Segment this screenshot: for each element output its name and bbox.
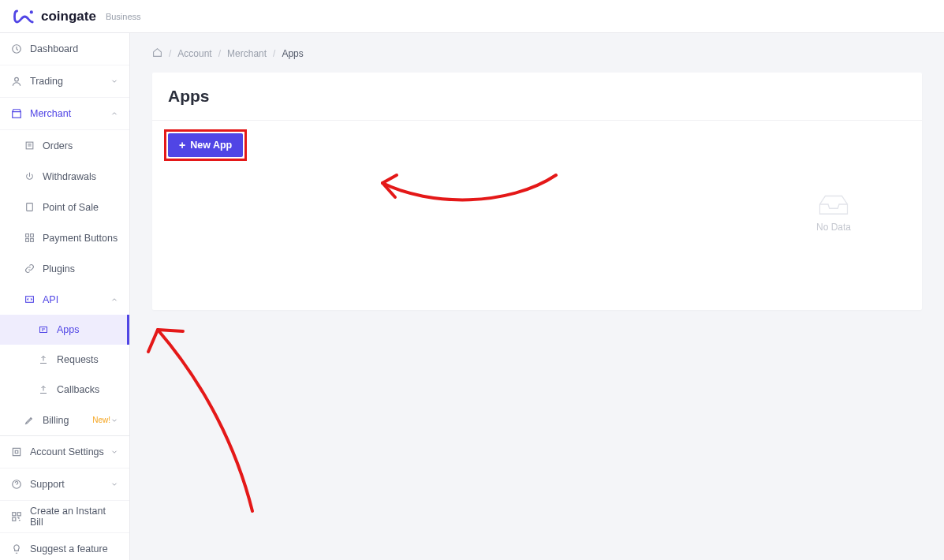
header: coingate Business	[0, 0, 944, 33]
sidebar-item-payment-buttons[interactable]: Payment Buttons	[0, 222, 129, 253]
sidebar-item-billing[interactable]: Billing New!	[0, 405, 129, 435]
svg-point-0	[30, 10, 33, 13]
grid-icon	[24, 233, 35, 244]
nav-label: Dashboard	[30, 43, 118, 54]
svg-rect-14	[13, 513, 16, 516]
chevron-up-icon	[110, 110, 118, 118]
sidebar-item-pos[interactable]: Point of Sale	[0, 192, 129, 222]
sidebar-item-support[interactable]: Support	[0, 469, 129, 501]
upload-icon	[38, 354, 49, 365]
svg-rect-12	[13, 448, 20, 455]
nav-label: API	[43, 294, 110, 305]
breadcrumb-merchant[interactable]: Merchant	[227, 48, 267, 59]
chevron-down-icon	[110, 448, 118, 456]
nav-label: Plugins	[43, 263, 118, 274]
nav-label: Payment Buttons	[43, 233, 118, 244]
nav-label: Support	[30, 479, 110, 490]
new-badge: New!	[92, 416, 110, 424]
tablet-icon	[24, 202, 35, 213]
svg-rect-7	[30, 234, 33, 237]
nav-label: Point of Sale	[43, 202, 118, 213]
qr-icon	[11, 511, 22, 522]
breadcrumb-sep: /	[169, 48, 171, 59]
sidebar: Dashboard Trading Merchant Orders	[0, 33, 130, 560]
breadcrumb-sep: /	[273, 48, 275, 59]
sidebar-item-suggest[interactable]: Suggest a feature	[0, 533, 129, 560]
nav-label: Trading	[30, 76, 110, 87]
nav-label: Callbacks	[57, 384, 118, 395]
breadcrumb: / Account / Merchant / Apps	[152, 47, 922, 60]
sidebar-item-callbacks[interactable]: Callbacks	[0, 375, 129, 405]
breadcrumb-sep: /	[218, 48, 221, 59]
upload-icon	[38, 384, 49, 395]
sidebar-item-dashboard[interactable]: Dashboard	[0, 33, 129, 65]
svg-rect-8	[25, 239, 28, 242]
sidebar-item-orders[interactable]: Orders	[0, 130, 129, 161]
chevron-down-icon	[110, 77, 118, 85]
nav-label: Apps	[57, 324, 116, 335]
svg-rect-15	[17, 513, 21, 516]
svg-rect-5	[26, 203, 32, 211]
svg-rect-3	[13, 112, 21, 118]
sidebar-item-instant-bill[interactable]: Create an Instant Bill	[0, 501, 129, 533]
svg-point-2	[15, 77, 19, 81]
coingate-logo-icon	[13, 9, 35, 24]
chevron-up-icon	[110, 296, 118, 304]
apps-panel: Apps + New App No Data	[152, 73, 922, 310]
svg-rect-9	[30, 239, 33, 242]
sidebar-item-plugins[interactable]: Plugins	[0, 253, 129, 284]
brand-sub: Business	[106, 12, 141, 21]
user-icon	[11, 76, 22, 87]
empty-state: No Data	[816, 192, 851, 233]
sidebar-item-api[interactable]: API	[0, 284, 129, 315]
bulb-icon	[11, 543, 22, 554]
sidebar-item-apps[interactable]: Apps	[0, 315, 129, 345]
inbox-icon	[817, 192, 850, 217]
link-icon	[24, 263, 35, 274]
breadcrumb-account[interactable]: Account	[177, 48, 211, 59]
settings-icon	[11, 446, 22, 457]
page-title: Apps	[168, 87, 906, 106]
home-icon[interactable]	[152, 47, 162, 60]
nav-label: Requests	[57, 354, 118, 365]
nav-label: Orders	[43, 140, 118, 151]
plus-icon: +	[179, 140, 185, 151]
chevron-down-icon	[110, 416, 118, 424]
button-label: New App	[190, 140, 232, 151]
power-icon	[24, 171, 35, 182]
store-icon	[11, 108, 22, 119]
list-icon	[24, 140, 35, 151]
new-app-button[interactable]: + New App	[168, 133, 243, 157]
nav-label: Account Settings	[30, 446, 110, 457]
edit-icon	[24, 415, 35, 426]
logo[interactable]: coingate Business	[13, 9, 141, 24]
nav-label: Billing	[43, 415, 88, 426]
nav-label: Withdrawals	[43, 171, 118, 182]
svg-rect-11	[40, 327, 47, 333]
sidebar-item-account-settings[interactable]: Account Settings	[0, 436, 129, 469]
sidebar-item-requests[interactable]: Requests	[0, 345, 129, 375]
code-icon	[24, 294, 35, 305]
dashboard-icon	[11, 43, 22, 54]
no-data-label: No Data	[816, 222, 851, 233]
panel-header: Apps	[152, 73, 922, 121]
help-icon	[11, 479, 22, 490]
sidebar-item-withdrawals[interactable]: Withdrawals	[0, 161, 129, 192]
chevron-down-icon	[110, 480, 118, 488]
nav-label: Suggest a feature	[30, 543, 118, 554]
nav-label: Create an Instant Bill	[30, 506, 118, 528]
nav-label: Merchant	[30, 108, 110, 119]
sidebar-item-merchant[interactable]: Merchant	[0, 98, 129, 130]
brand-name: coingate	[41, 9, 96, 24]
main-content: / Account / Merchant / Apps Apps + New A…	[130, 33, 944, 560]
sidebar-item-trading[interactable]: Trading	[0, 65, 129, 98]
apps-icon	[38, 324, 49, 335]
svg-rect-6	[25, 234, 28, 237]
breadcrumb-current: Apps	[282, 48, 303, 59]
svg-rect-16	[13, 517, 16, 521]
